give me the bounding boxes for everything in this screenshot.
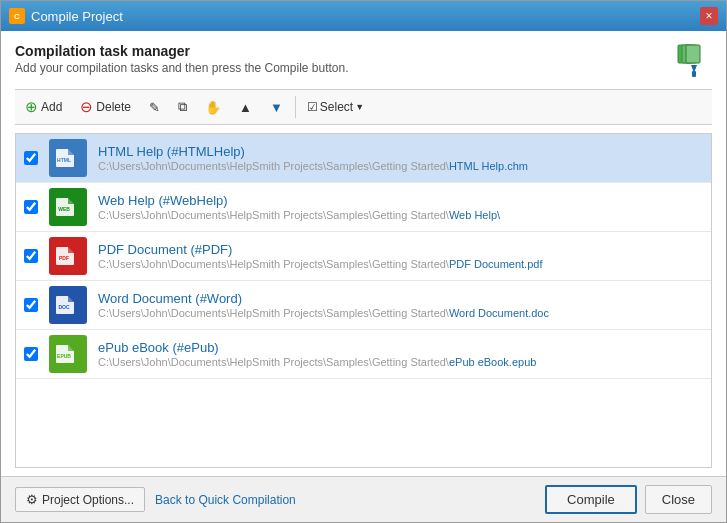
close-window-button[interactable]: × [700,7,718,25]
path-prefix: C:\Users\John\Documents\HelpSmith Projec… [98,356,449,368]
task-path: C:\Users\John\Documents\HelpSmith Projec… [98,258,705,270]
footer: ⚙ Project Options... Back to Quick Compi… [1,476,726,522]
task-checkbox-doc[interactable] [22,296,40,314]
svg-rect-6 [692,71,696,77]
compile-project-window: C Compile Project × Compilation task man… [0,0,727,523]
footer-left: ⚙ Project Options... Back to Quick Compi… [15,487,535,512]
task-icon-epub: EPUB [48,334,88,374]
task-name: ePub eBook (#ePub) [98,340,705,355]
task-icon-pdf: PDF [48,236,88,276]
checkbox-input[interactable] [24,249,38,263]
app-icon: C [9,8,25,24]
file-type-icon: DOC [49,286,87,324]
add-button[interactable]: ⊕ Add [17,94,70,120]
checkbox-input[interactable] [24,151,38,165]
file-type-icon: WEB [49,188,87,226]
path-file: PDF Document.pdf [449,258,543,270]
project-options-label: Project Options... [42,493,134,507]
svg-text:DOC: DOC [58,304,70,310]
icon-graphic: PDF [55,246,81,266]
file-type-icon: EPUB [49,335,87,373]
down-arrow-icon: ▼ [270,100,283,115]
file-type-icon: PDF [49,237,87,275]
task-name: PDF Document (#PDF) [98,242,705,257]
back-to-quick-link[interactable]: Back to Quick Compilation [155,493,296,507]
path-file: ePub eBook.epub [449,356,536,368]
move-up-button[interactable]: ▲ [231,96,260,119]
project-options-button[interactable]: ⚙ Project Options... [15,487,145,512]
select-label: Select [320,100,353,114]
section-subtitle: Add your compilation tasks and then pres… [15,61,349,75]
task-checkbox-epub[interactable] [22,345,40,363]
svg-text:EPUB: EPUB [57,353,71,359]
select-dropdown-button[interactable]: ☑ Select ▼ [300,96,371,118]
move-button[interactable]: ✋ [197,96,229,119]
compile-button[interactable]: Compile [545,485,637,514]
edit-button[interactable]: ✎ [141,96,168,119]
svg-text:C: C [14,12,20,21]
task-path: C:\Users\John\Documents\HelpSmith Projec… [98,160,705,172]
checkbox-input[interactable] [24,200,38,214]
copy-button[interactable]: ⧉ [170,95,195,119]
dropdown-arrow-icon: ▼ [355,102,364,112]
task-row[interactable]: PDF PDF Document (#PDF) C:\Users\John\Do… [16,232,711,281]
title-bar: C Compile Project × [1,1,726,31]
footer-right: Compile Close [545,485,712,514]
task-row[interactable]: DOC Word Document (#Word) C:\Users\John\… [16,281,711,330]
section-title: Compilation task manager [15,43,349,59]
window-title: Compile Project [31,9,123,24]
copy-icon: ⧉ [178,99,187,115]
toolbar-separator [295,96,296,118]
path-prefix: C:\Users\John\Documents\HelpSmith Projec… [98,160,449,172]
task-info-pdf: PDF Document (#PDF) C:\Users\John\Docume… [98,242,705,270]
icon-graphic: WEB [55,197,81,217]
icon-graphic: HTML [55,148,81,168]
checkbox-input[interactable] [24,347,38,361]
delete-button[interactable]: ⊖ Delete [72,94,139,120]
task-icon-doc: DOC [48,285,88,325]
hand-icon: ✋ [205,100,221,115]
path-file: HTML Help.chm [449,160,528,172]
task-path: C:\Users\John\Documents\HelpSmith Projec… [98,307,705,319]
task-row[interactable]: HTML HTML Help (#HTMLHelp) C:\Users\John… [16,134,711,183]
move-down-button[interactable]: ▼ [262,96,291,119]
icon-graphic: EPUB [55,344,81,364]
checkbox-icon: ☑ [307,100,318,114]
task-row[interactable]: EPUB ePub eBook (#ePub) C:\Users\John\Do… [16,330,711,379]
header-section: Compilation task manager Add your compil… [15,43,712,79]
settings-icon: ⚙ [26,492,38,507]
delete-label: Delete [96,100,131,114]
delete-icon: ⊖ [80,98,93,116]
compile-icon-svg [676,43,712,79]
svg-text:HTML: HTML [57,157,71,163]
task-name: Word Document (#Word) [98,291,705,306]
edit-icon: ✎ [149,100,160,115]
up-arrow-icon: ▲ [239,100,252,115]
task-checkbox-chm[interactable] [22,149,40,167]
add-label: Add [41,100,62,114]
path-prefix: C:\Users\John\Documents\HelpSmith Projec… [98,209,449,221]
checkbox-input[interactable] [24,298,38,312]
task-list: HTML HTML Help (#HTMLHelp) C:\Users\John… [15,133,712,468]
add-icon: ⊕ [25,98,38,116]
path-prefix: C:\Users\John\Documents\HelpSmith Projec… [98,307,449,319]
svg-rect-4 [686,45,700,63]
task-checkbox-web[interactable] [22,198,40,216]
task-icon-chm: HTML [48,138,88,178]
header-text: Compilation task manager Add your compil… [15,43,349,75]
task-path: C:\Users\John\Documents\HelpSmith Projec… [98,356,705,368]
task-checkbox-pdf[interactable] [22,247,40,265]
svg-text:PDF: PDF [59,255,69,261]
task-info-epub: ePub eBook (#ePub) C:\Users\John\Documen… [98,340,705,368]
close-button[interactable]: Close [645,485,712,514]
task-name: HTML Help (#HTMLHelp) [98,144,705,159]
toolbar: ⊕ Add ⊖ Delete ✎ ⧉ ✋ ▲ ▼ [15,89,712,125]
task-info-doc: Word Document (#Word) C:\Users\John\Docu… [98,291,705,319]
task-info-web: Web Help (#WebHelp) C:\Users\John\Docume… [98,193,705,221]
path-prefix: C:\Users\John\Documents\HelpSmith Projec… [98,258,449,270]
svg-text:WEB: WEB [58,206,70,212]
header-compile-icon [676,43,712,79]
title-bar-left: C Compile Project [9,8,123,24]
task-row[interactable]: WEB Web Help (#WebHelp) C:\Users\John\Do… [16,183,711,232]
task-info-chm: HTML Help (#HTMLHelp) C:\Users\John\Docu… [98,144,705,172]
